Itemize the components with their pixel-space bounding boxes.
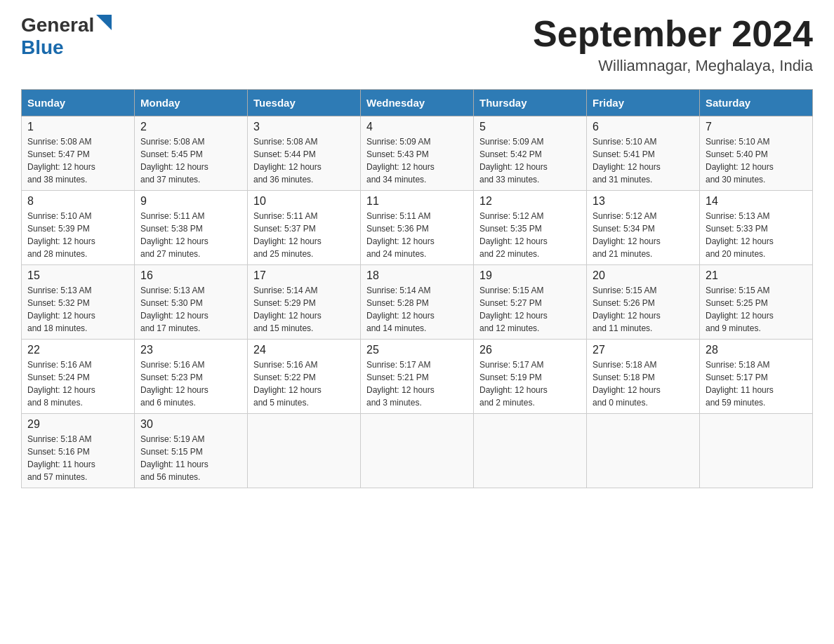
day-info: Sunrise: 5:18 AMSunset: 5:16 PMDaylight:… bbox=[27, 433, 128, 483]
day-number: 20 bbox=[593, 269, 694, 282]
day-info: Sunrise: 5:19 AMSunset: 5:15 PMDaylight:… bbox=[140, 433, 241, 483]
day-info: Sunrise: 5:14 AMSunset: 5:28 PMDaylight:… bbox=[366, 284, 468, 335]
day-number: 14 bbox=[706, 195, 807, 208]
table-row: 29 Sunrise: 5:18 AMSunset: 5:16 PMDaylig… bbox=[22, 414, 135, 488]
calendar-week-row: 1 Sunrise: 5:08 AMSunset: 5:47 PMDayligh… bbox=[22, 116, 813, 191]
day-info: Sunrise: 5:15 AMSunset: 5:25 PMDaylight:… bbox=[706, 284, 807, 335]
day-info: Sunrise: 5:10 AMSunset: 5:41 PMDaylight:… bbox=[593, 135, 694, 186]
col-wednesday: Wednesday bbox=[361, 90, 474, 116]
table-row: 26 Sunrise: 5:17 AMSunset: 5:19 PMDaylig… bbox=[474, 340, 587, 414]
day-number: 16 bbox=[140, 269, 241, 282]
table-row: 30 Sunrise: 5:19 AMSunset: 5:15 PMDaylig… bbox=[135, 414, 248, 488]
day-number: 28 bbox=[706, 344, 807, 356]
table-row: 20 Sunrise: 5:15 AMSunset: 5:26 PMDaylig… bbox=[587, 265, 700, 340]
table-row: 17 Sunrise: 5:14 AMSunset: 5:29 PMDaylig… bbox=[248, 265, 361, 340]
day-number: 10 bbox=[253, 195, 355, 208]
day-info: Sunrise: 5:09 AMSunset: 5:43 PMDaylight:… bbox=[366, 135, 468, 186]
calendar-week-row: 22 Sunrise: 5:16 AMSunset: 5:24 PMDaylig… bbox=[22, 340, 813, 414]
day-info: Sunrise: 5:16 AMSunset: 5:23 PMDaylight:… bbox=[140, 358, 241, 409]
table-row: 27 Sunrise: 5:18 AMSunset: 5:18 PMDaylig… bbox=[587, 340, 700, 414]
calendar-header-row: Sunday Monday Tuesday Wednesday Thursday… bbox=[22, 90, 813, 116]
calendar-week-row: 29 Sunrise: 5:18 AMSunset: 5:16 PMDaylig… bbox=[22, 414, 813, 488]
table-row: 21 Sunrise: 5:15 AMSunset: 5:25 PMDaylig… bbox=[700, 265, 813, 340]
calendar-subtitle: Williamnagar, Meghalaya, India bbox=[533, 57, 813, 75]
calendar-title: September 2024 bbox=[533, 14, 813, 54]
title-block: September 2024 Williamnagar, Meghalaya, … bbox=[533, 14, 813, 75]
day-info: Sunrise: 5:13 AMSunset: 5:32 PMDaylight:… bbox=[27, 284, 128, 335]
day-number: 11 bbox=[366, 195, 468, 208]
table-row: 15 Sunrise: 5:13 AMSunset: 5:32 PMDaylig… bbox=[22, 265, 135, 340]
day-info: Sunrise: 5:08 AMSunset: 5:44 PMDaylight:… bbox=[253, 135, 355, 186]
day-info: Sunrise: 5:12 AMSunset: 5:35 PMDaylight:… bbox=[479, 210, 581, 260]
table-row: 11 Sunrise: 5:11 AMSunset: 5:36 PMDaylig… bbox=[361, 191, 474, 265]
day-info: Sunrise: 5:14 AMSunset: 5:29 PMDaylight:… bbox=[253, 284, 355, 335]
day-info: Sunrise: 5:16 AMSunset: 5:24 PMDaylight:… bbox=[27, 358, 128, 409]
table-row bbox=[700, 414, 813, 488]
day-info: Sunrise: 5:11 AMSunset: 5:38 PMDaylight:… bbox=[140, 210, 241, 260]
logo: General Blue bbox=[21, 14, 112, 59]
table-row: 3 Sunrise: 5:08 AMSunset: 5:44 PMDayligh… bbox=[248, 116, 361, 191]
table-row: 10 Sunrise: 5:11 AMSunset: 5:37 PMDaylig… bbox=[248, 191, 361, 265]
table-row: 9 Sunrise: 5:11 AMSunset: 5:38 PMDayligh… bbox=[135, 191, 248, 265]
logo-general: General bbox=[21, 14, 94, 36]
table-row: 28 Sunrise: 5:18 AMSunset: 5:17 PMDaylig… bbox=[700, 340, 813, 414]
table-row bbox=[248, 414, 361, 488]
day-info: Sunrise: 5:11 AMSunset: 5:36 PMDaylight:… bbox=[366, 210, 468, 260]
table-row bbox=[361, 414, 474, 488]
table-row: 14 Sunrise: 5:13 AMSunset: 5:33 PMDaylig… bbox=[700, 191, 813, 265]
day-info: Sunrise: 5:08 AMSunset: 5:47 PMDaylight:… bbox=[27, 135, 128, 186]
day-info: Sunrise: 5:12 AMSunset: 5:34 PMDaylight:… bbox=[593, 210, 694, 260]
day-number: 8 bbox=[27, 195, 128, 208]
day-number: 5 bbox=[479, 121, 581, 133]
day-number: 30 bbox=[140, 418, 241, 431]
svg-marker-0 bbox=[96, 15, 112, 30]
day-number: 9 bbox=[140, 195, 241, 208]
day-number: 13 bbox=[593, 195, 694, 208]
day-number: 12 bbox=[479, 195, 581, 208]
day-number: 1 bbox=[27, 121, 128, 133]
day-number: 21 bbox=[706, 269, 807, 282]
day-number: 15 bbox=[27, 269, 128, 282]
day-info: Sunrise: 5:09 AMSunset: 5:42 PMDaylight:… bbox=[479, 135, 581, 186]
col-monday: Monday bbox=[135, 90, 248, 116]
calendar-table: Sunday Monday Tuesday Wednesday Thursday… bbox=[21, 89, 813, 488]
table-row: 6 Sunrise: 5:10 AMSunset: 5:41 PMDayligh… bbox=[587, 116, 700, 191]
day-info: Sunrise: 5:18 AMSunset: 5:18 PMDaylight:… bbox=[593, 358, 694, 409]
day-info: Sunrise: 5:18 AMSunset: 5:17 PMDaylight:… bbox=[706, 358, 807, 409]
table-row: 24 Sunrise: 5:16 AMSunset: 5:22 PMDaylig… bbox=[248, 340, 361, 414]
day-number: 23 bbox=[140, 344, 241, 356]
table-row: 13 Sunrise: 5:12 AMSunset: 5:34 PMDaylig… bbox=[587, 191, 700, 265]
col-thursday: Thursday bbox=[474, 90, 587, 116]
table-row: 1 Sunrise: 5:08 AMSunset: 5:47 PMDayligh… bbox=[22, 116, 135, 191]
table-row: 8 Sunrise: 5:10 AMSunset: 5:39 PMDayligh… bbox=[22, 191, 135, 265]
day-info: Sunrise: 5:13 AMSunset: 5:33 PMDaylight:… bbox=[706, 210, 807, 260]
day-number: 27 bbox=[593, 344, 694, 356]
day-info: Sunrise: 5:16 AMSunset: 5:22 PMDaylight:… bbox=[253, 358, 355, 409]
table-row: 19 Sunrise: 5:15 AMSunset: 5:27 PMDaylig… bbox=[474, 265, 587, 340]
day-info: Sunrise: 5:15 AMSunset: 5:26 PMDaylight:… bbox=[593, 284, 694, 335]
table-row: 25 Sunrise: 5:17 AMSunset: 5:21 PMDaylig… bbox=[361, 340, 474, 414]
day-info: Sunrise: 5:11 AMSunset: 5:37 PMDaylight:… bbox=[253, 210, 355, 260]
day-info: Sunrise: 5:17 AMSunset: 5:21 PMDaylight:… bbox=[366, 358, 468, 409]
day-info: Sunrise: 5:08 AMSunset: 5:45 PMDaylight:… bbox=[140, 135, 241, 186]
day-number: 24 bbox=[253, 344, 355, 356]
day-number: 7 bbox=[706, 121, 807, 133]
col-saturday: Saturday bbox=[700, 90, 813, 116]
table-row: 12 Sunrise: 5:12 AMSunset: 5:35 PMDaylig… bbox=[474, 191, 587, 265]
day-number: 25 bbox=[366, 344, 468, 356]
day-number: 26 bbox=[479, 344, 581, 356]
col-friday: Friday bbox=[587, 90, 700, 116]
day-info: Sunrise: 5:10 AMSunset: 5:40 PMDaylight:… bbox=[706, 135, 807, 186]
table-row bbox=[587, 414, 700, 488]
table-row: 7 Sunrise: 5:10 AMSunset: 5:40 PMDayligh… bbox=[700, 116, 813, 191]
table-row: 22 Sunrise: 5:16 AMSunset: 5:24 PMDaylig… bbox=[22, 340, 135, 414]
day-number: 22 bbox=[27, 344, 128, 356]
logo-triangle-icon bbox=[96, 15, 112, 30]
page-header: General Blue September 2024 Williamnagar… bbox=[21, 14, 813, 75]
table-row: 5 Sunrise: 5:09 AMSunset: 5:42 PMDayligh… bbox=[474, 116, 587, 191]
table-row: 18 Sunrise: 5:14 AMSunset: 5:28 PMDaylig… bbox=[361, 265, 474, 340]
day-info: Sunrise: 5:15 AMSunset: 5:27 PMDaylight:… bbox=[479, 284, 581, 335]
day-number: 3 bbox=[253, 121, 355, 133]
table-row: 23 Sunrise: 5:16 AMSunset: 5:23 PMDaylig… bbox=[135, 340, 248, 414]
day-info: Sunrise: 5:17 AMSunset: 5:19 PMDaylight:… bbox=[479, 358, 581, 409]
